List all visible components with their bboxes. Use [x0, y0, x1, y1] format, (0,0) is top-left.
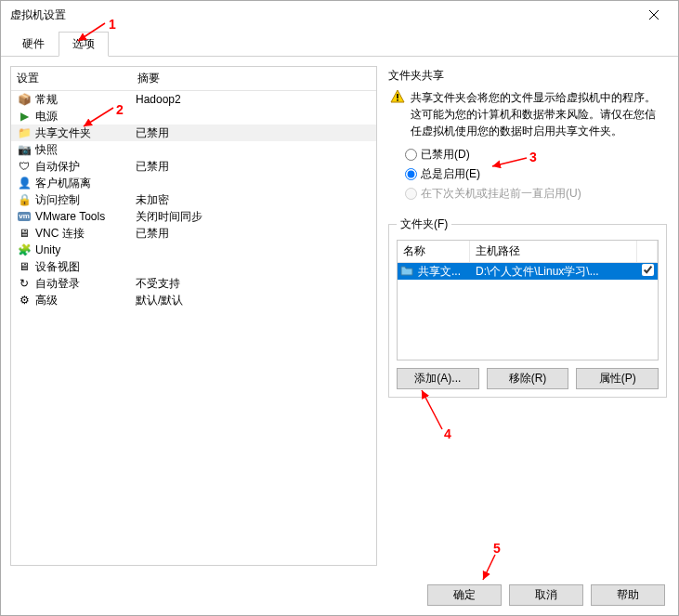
row-icon: 🖥: [17, 226, 32, 241]
add-button[interactable]: 添加(A)...: [397, 368, 479, 389]
titlebar: 虚拟机设置: [1, 1, 678, 29]
list-row[interactable]: vmVMware Tools关闭时间同步: [11, 208, 376, 225]
row-label: 设备视图: [35, 259, 136, 275]
row-icon: 🔒: [17, 192, 32, 207]
row-label: VMware Tools: [35, 210, 136, 223]
row-label: 高级: [35, 293, 136, 308]
svg-rect-1: [397, 99, 398, 101]
radio-disabled[interactable]: 已禁用(D): [388, 145, 667, 164]
folder-name: 共享文...: [418, 264, 470, 280]
row-icon: 📷: [17, 142, 32, 157]
options-panel: 文件夹共享 共享文件夹会将您的文件显示给虚拟机中的程序。这可能为您的计算机和数据…: [386, 66, 669, 566]
list-row[interactable]: 📁共享文件夹已禁用: [11, 125, 376, 141]
settings-list: 设置 摘要 📦常规Hadoop2▶电源📁共享文件夹已禁用📷快照🛡自动保护已禁用👤…: [10, 66, 377, 566]
list-header: 设置 摘要: [11, 67, 376, 91]
list-row[interactable]: 🔒访问控制未加密: [11, 191, 376, 208]
row-label: 自动登录: [35, 276, 136, 292]
warning-icon: [390, 89, 405, 104]
row-summary: 关闭时间同步: [136, 209, 371, 225]
cancel-button[interactable]: 取消: [509, 584, 583, 606]
folder-icon: [400, 264, 415, 280]
row-label: Unity: [35, 243, 136, 256]
folder-list: 名称 主机路径 共享文... D:\个人文件\Linux学习\...: [397, 240, 659, 360]
row-label: 客户机隔离: [35, 176, 136, 191]
close-icon: [649, 10, 659, 20]
list-row[interactable]: 🖥VNC 连接已禁用: [11, 225, 376, 242]
row-label: 访问控制: [35, 192, 136, 208]
list-row[interactable]: 🛡自动保护已禁用: [11, 158, 376, 175]
tab-hardware[interactable]: 硬件: [8, 32, 59, 57]
svg-rect-0: [397, 94, 398, 98]
folder-list-header: 名称 主机路径: [398, 241, 658, 263]
folder-col-name: 名称: [398, 241, 470, 262]
ok-button[interactable]: 确定: [427, 584, 502, 606]
radio-always-input[interactable]: [405, 168, 417, 180]
row-icon: 🛡: [17, 159, 32, 174]
radio-until-label: 在下次关机或挂起前一直启用(U): [421, 186, 581, 202]
row-summary: 不受支持: [136, 276, 371, 292]
row-summary: 已禁用: [136, 125, 371, 141]
folder-col-check: [637, 241, 658, 262]
row-summary: Hadoop2: [136, 93, 371, 106]
radio-always-label: 总是启用(E): [421, 166, 480, 182]
row-icon: 👤: [17, 176, 32, 190]
radio-always[interactable]: 总是启用(E): [388, 164, 667, 184]
list-row[interactable]: ⚙高级默认/默认: [11, 292, 376, 308]
row-icon: vm: [17, 209, 32, 224]
warning-text: 共享文件夹会将您的文件显示给虚拟机中的程序。这可能为您的计算机和数据带来风险。请…: [411, 89, 665, 139]
row-summary: 已禁用: [136, 159, 371, 175]
row-label: 常规: [35, 92, 136, 108]
warning-box: 共享文件夹会将您的文件显示给虚拟机中的程序。这可能为您的计算机和数据带来风险。请…: [388, 87, 667, 145]
list-row[interactable]: 📦常规Hadoop2: [11, 91, 376, 108]
radio-until-input: [405, 188, 417, 200]
list-row[interactable]: 🧩Unity: [11, 242, 376, 258]
row-label: 电源: [35, 109, 136, 125]
close-button[interactable]: [635, 2, 672, 28]
folder-buttons: 添加(A)... 移除(R) 属性(P): [397, 368, 659, 389]
col-setting: 设置: [11, 67, 132, 90]
row-summary: 未加密: [136, 192, 371, 208]
radio-disabled-input[interactable]: [405, 149, 417, 161]
row-icon: ▶: [17, 109, 32, 124]
folder-checkbox[interactable]: [642, 264, 654, 276]
properties-button[interactable]: 属性(P): [576, 368, 659, 389]
list-row[interactable]: 🖥设备视图: [11, 258, 376, 275]
row-icon: 🖥: [17, 259, 32, 274]
col-summary: 摘要: [132, 67, 376, 90]
remove-button[interactable]: 移除(R): [487, 368, 569, 389]
row-label: 快照: [35, 142, 136, 158]
radio-disabled-label: 已禁用(D): [421, 147, 470, 163]
radio-until: 在下次关机或挂起前一直启用(U): [388, 184, 667, 203]
folder-path: D:\个人文件\Linux学习\...: [470, 264, 637, 280]
row-icon: ⚙: [17, 293, 32, 308]
list-body: 📦常规Hadoop2▶电源📁共享文件夹已禁用📷快照🛡自动保护已禁用👤客户机隔离🔒…: [11, 91, 376, 565]
share-title: 文件夹共享: [388, 68, 667, 84]
row-icon: ↻: [17, 276, 32, 291]
row-icon: 🧩: [17, 242, 32, 257]
row-label: 自动保护: [35, 159, 136, 175]
folders-fieldset: 文件夹(F) 名称 主机路径 共享文... D:\个人文件\Linux学习\..…: [388, 216, 667, 398]
row-icon: 📦: [17, 92, 32, 107]
help-button[interactable]: 帮助: [591, 584, 665, 606]
content-area: 设置 摘要 📦常规Hadoop2▶电源📁共享文件夹已禁用📷快照🛡自动保护已禁用👤…: [1, 57, 678, 575]
bottom-bar: 确定 取消 帮助: [1, 575, 678, 615]
list-row[interactable]: ↻自动登录不受支持: [11, 275, 376, 292]
row-summary: 已禁用: [136, 226, 371, 242]
folder-enabled[interactable]: [637, 264, 658, 279]
folder-row[interactable]: 共享文... D:\个人文件\Linux学习\...: [398, 263, 658, 280]
tab-bar: 硬件 选项: [1, 31, 678, 57]
row-label: 共享文件夹: [35, 125, 136, 141]
vm-settings-window: 虚拟机设置 硬件 选项 设置 摘要 📦常规Hadoop2▶电源📁共享文件夹已禁用…: [0, 0, 679, 616]
folders-legend: 文件夹(F): [397, 216, 451, 232]
share-section: 文件夹共享 共享文件夹会将您的文件显示给虚拟机中的程序。这可能为您的计算机和数据…: [388, 68, 667, 203]
tab-options[interactable]: 选项: [59, 32, 109, 57]
folder-col-path: 主机路径: [470, 241, 637, 262]
list-row[interactable]: 📷快照: [11, 141, 376, 158]
list-row[interactable]: 👤客户机隔离: [11, 175, 376, 191]
row-summary: 默认/默认: [136, 293, 371, 308]
row-icon: 📁: [17, 125, 32, 140]
row-label: VNC 连接: [35, 226, 136, 242]
window-title: 虚拟机设置: [10, 7, 66, 23]
list-row[interactable]: ▶电源: [11, 108, 376, 125]
